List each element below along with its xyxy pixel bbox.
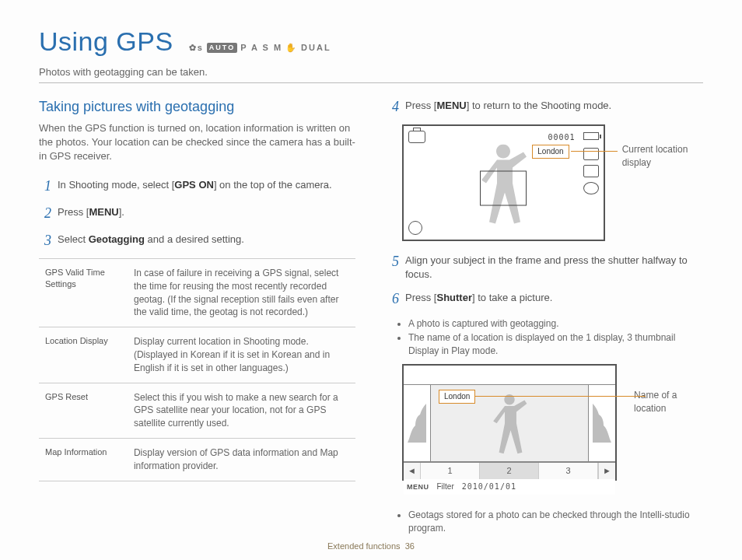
mode-indicators: ✿s AUTO P A S M ✋DUAL bbox=[189, 42, 331, 54]
date-label: 2010/01/01 bbox=[462, 481, 516, 492]
setting-key: GPS Valid Time Settings bbox=[39, 259, 128, 327]
pager-page-selected[interactable]: 2 bbox=[480, 463, 539, 479]
thumb-current: London bbox=[430, 384, 589, 462]
callout-label: Current location display bbox=[622, 143, 703, 170]
mode-letters: P A S M bbox=[240, 42, 282, 54]
step-number: 5 bbox=[387, 252, 399, 282]
step-5: 5 Align your subject in the frame and pr… bbox=[387, 252, 703, 282]
divider bbox=[39, 82, 703, 83]
pager-page[interactable]: 1 bbox=[421, 463, 480, 479]
menu-label: MENU bbox=[407, 482, 429, 492]
bullet-item: The name of a location is displayed on t… bbox=[408, 331, 703, 358]
pager-page[interactable]: 3 bbox=[539, 463, 598, 479]
setting-desc: In case of failure in receiving a GPS si… bbox=[128, 259, 355, 327]
page-title: Using GPS bbox=[39, 23, 173, 61]
settings-table: GPS Valid Time Settings In case of failu… bbox=[39, 258, 355, 481]
table-row: Location Display Display current locatio… bbox=[39, 327, 355, 383]
frame-counter: 00001 bbox=[548, 132, 576, 143]
setting-desc: Display current location in Shooting mod… bbox=[128, 327, 355, 383]
setting-desc: Select this if you wish to make a new se… bbox=[128, 383, 355, 438]
setting-key: Map Information bbox=[39, 439, 128, 481]
focus-frame bbox=[480, 171, 527, 206]
callout-line bbox=[474, 396, 646, 397]
step-text: In Shooting mode, select [GPS ON] on the… bbox=[58, 177, 332, 196]
step-2: 2 Press [MENU]. bbox=[39, 204, 355, 223]
callout-label: Name of a location bbox=[634, 389, 703, 415]
left-column: Taking pictures with geotagging When the… bbox=[39, 97, 355, 541]
filter-label: Filter bbox=[437, 481, 454, 492]
playback-bottom-bar: MENU Filter 2010/01/01 bbox=[404, 479, 615, 495]
callout-line bbox=[571, 151, 618, 152]
mode-auto: AUTO bbox=[207, 43, 237, 53]
playback-screen-diagram: London ◄ 1 2 3 ► bbox=[402, 364, 617, 481]
shooting-screen-diagram: 00001 London bbox=[402, 124, 605, 241]
flash-icon bbox=[583, 182, 599, 194]
step-text: Press [Shutter] to take a picture. bbox=[405, 289, 552, 309]
step-number: 6 bbox=[387, 289, 399, 309]
step-1: 1 In Shooting mode, select [GPS ON] on t… bbox=[39, 177, 355, 196]
page-subtitle: Photos with geotagging can be taken. bbox=[39, 65, 703, 79]
step-text: Press [MENU]. bbox=[58, 204, 124, 223]
mode-dual: DUAL bbox=[301, 42, 331, 54]
step-6-bullets: A photo is captured with geotagging. The… bbox=[408, 317, 703, 358]
location-tag: London bbox=[532, 145, 569, 159]
table-row: GPS Valid Time Settings In case of failu… bbox=[39, 259, 355, 327]
footer-page: 36 bbox=[405, 541, 415, 551]
thumbnail-row: London bbox=[404, 384, 615, 462]
location-tag: London bbox=[439, 390, 475, 404]
step-4: 4 Press [MENU] to return to the Shooting… bbox=[387, 97, 703, 117]
thumb-prev bbox=[404, 384, 430, 462]
side-icon-stack bbox=[583, 148, 599, 194]
step-3: 3 Select Geotagging and a desired settin… bbox=[39, 231, 355, 250]
table-row: GPS Reset Select this if you wish to mak… bbox=[39, 383, 355, 438]
camera-icon bbox=[408, 131, 425, 143]
bullet-item: Geotags stored for a photo can be checke… bbox=[408, 509, 703, 535]
step-6: 6 Press [Shutter] to take a picture. bbox=[387, 289, 703, 309]
bullet-item: A photo is captured with geotagging. bbox=[408, 317, 703, 331]
setting-key: GPS Reset bbox=[39, 383, 128, 438]
page-header: Using GPS ✿s AUTO P A S M ✋DUAL bbox=[39, 23, 703, 61]
pager-next[interactable]: ► bbox=[598, 463, 615, 479]
stabilizer-icon bbox=[408, 221, 422, 235]
setting-key: Location Display bbox=[39, 327, 128, 383]
section-intro: When the GPS function is turned on, loca… bbox=[39, 121, 355, 164]
page-footer: Extended functions 36 bbox=[0, 541, 742, 552]
thumbnail-pager: ◄ 1 2 3 ► bbox=[404, 462, 615, 479]
final-bullets: Geotags stored for a photo can be checke… bbox=[408, 509, 703, 535]
setting-desc: Display version of GPS data information … bbox=[128, 439, 355, 481]
quality-icon bbox=[583, 165, 599, 177]
step-number: 4 bbox=[387, 97, 399, 117]
pager-prev[interactable]: ◄ bbox=[404, 463, 421, 479]
step-number: 3 bbox=[39, 231, 51, 250]
battery-icon bbox=[583, 132, 599, 140]
right-column: 4 Press [MENU] to return to the Shooting… bbox=[387, 97, 703, 541]
footer-section: Extended functions bbox=[327, 541, 401, 551]
step-text: Press [MENU] to return to the Shooting m… bbox=[405, 97, 611, 117]
step-text: Align your subject in the frame and pres… bbox=[405, 252, 703, 282]
table-row: Map Information Display version of GPS d… bbox=[39, 439, 355, 481]
resolution-icon bbox=[583, 148, 599, 160]
subject-silhouette bbox=[488, 394, 531, 458]
section-heading: Taking pictures with geotagging bbox=[39, 97, 355, 117]
step-number: 2 bbox=[39, 204, 51, 223]
step-text: Select Geotagging and a desired setting. bbox=[58, 231, 244, 250]
step-number: 1 bbox=[39, 177, 51, 196]
